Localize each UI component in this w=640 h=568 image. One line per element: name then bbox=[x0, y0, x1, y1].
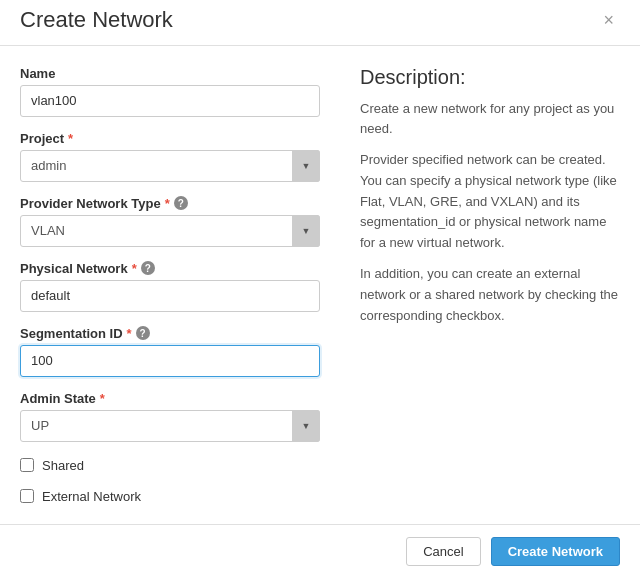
description-column: Description: Create a new network for an… bbox=[344, 66, 620, 504]
shared-checkbox[interactable] bbox=[20, 458, 34, 472]
modal-footer: Cancel Create Network bbox=[0, 524, 640, 569]
name-input[interactable] bbox=[20, 85, 320, 117]
project-label: Project * bbox=[20, 131, 320, 146]
shared-label[interactable]: Shared bbox=[42, 458, 84, 473]
project-required: * bbox=[68, 131, 73, 146]
description-para-3: In addition, you can create an external … bbox=[360, 264, 620, 326]
physical-network-required: * bbox=[132, 261, 137, 276]
provider-network-type-group: Provider Network Type * ? VLAN Flat GRE … bbox=[20, 196, 320, 247]
physical-network-input[interactable] bbox=[20, 280, 320, 312]
segmentation-id-input[interactable] bbox=[20, 345, 320, 377]
physical-network-help-icon[interactable]: ? bbox=[141, 261, 155, 275]
create-network-button[interactable]: Create Network bbox=[491, 537, 620, 566]
provider-network-type-select-wrapper: VLAN Flat GRE VXLAN bbox=[20, 215, 320, 247]
project-select-wrapper: admin bbox=[20, 150, 320, 182]
modal-title: Create Network bbox=[20, 7, 173, 33]
external-network-group: External Network bbox=[20, 489, 320, 504]
description-para-1: Create a new network for any project as … bbox=[360, 99, 620, 141]
provider-network-type-select[interactable]: VLAN Flat GRE VXLAN bbox=[20, 215, 320, 247]
physical-network-label: Physical Network * ? bbox=[20, 261, 320, 276]
shared-group: Shared bbox=[20, 458, 320, 473]
cancel-button[interactable]: Cancel bbox=[406, 537, 480, 566]
description-para-2: Provider specified network can be create… bbox=[360, 150, 620, 254]
project-group: Project * admin bbox=[20, 131, 320, 182]
modal-overlay: Create Network × Name Project * bbox=[0, 0, 640, 568]
admin-state-select[interactable]: UP DOWN bbox=[20, 410, 320, 442]
modal-body: Name Project * admin bbox=[0, 46, 640, 524]
segmentation-id-required: * bbox=[127, 326, 132, 341]
admin-state-group: Admin State * UP DOWN bbox=[20, 391, 320, 442]
provider-network-type-help-icon[interactable]: ? bbox=[174, 196, 188, 210]
segmentation-id-label: Segmentation ID * ? bbox=[20, 326, 320, 341]
segmentation-id-help-icon[interactable]: ? bbox=[136, 326, 150, 340]
description-title: Description: bbox=[360, 66, 620, 89]
name-label: Name bbox=[20, 66, 320, 81]
admin-state-label: Admin State * bbox=[20, 391, 320, 406]
segmentation-id-group: Segmentation ID * ? bbox=[20, 326, 320, 377]
create-network-modal: Create Network × Name Project * bbox=[0, 0, 640, 568]
provider-network-type-required: * bbox=[165, 196, 170, 211]
physical-network-group: Physical Network * ? bbox=[20, 261, 320, 312]
admin-state-required: * bbox=[100, 391, 105, 406]
name-group: Name bbox=[20, 66, 320, 117]
external-network-label[interactable]: External Network bbox=[42, 489, 141, 504]
close-button[interactable]: × bbox=[597, 9, 620, 31]
admin-state-select-wrapper: UP DOWN bbox=[20, 410, 320, 442]
form-column: Name Project * admin bbox=[20, 66, 320, 504]
external-network-checkbox[interactable] bbox=[20, 489, 34, 503]
project-select[interactable]: admin bbox=[20, 150, 320, 182]
modal-header: Create Network × bbox=[0, 0, 640, 46]
provider-network-type-label: Provider Network Type * ? bbox=[20, 196, 320, 211]
